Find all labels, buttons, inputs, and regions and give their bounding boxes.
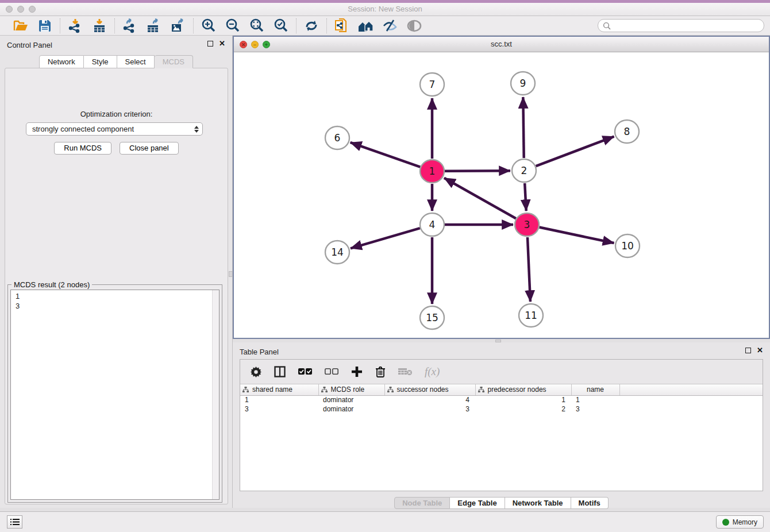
- graph-edge-3-11[interactable]: [528, 237, 530, 302]
- table-panel: Table Panel ✕: [233, 342, 770, 508]
- graph-edge-2-9[interactable]: [523, 97, 523, 158]
- table-header-row: shared name MCDS role successor nodes pr…: [240, 384, 763, 395]
- tab-node-table[interactable]: Node Table: [394, 497, 450, 509]
- graph-node-label-2: 2: [521, 165, 528, 176]
- criterion-dropdown[interactable]: strongly connected component: [26, 122, 203, 136]
- result-scrollbar[interactable]: [212, 290, 219, 499]
- add-row-icon[interactable]: [351, 366, 363, 377]
- dropdown-stepper-icon: [194, 126, 199, 133]
- column-header-successor-nodes[interactable]: successor nodes: [384, 384, 475, 395]
- window-controls[interactable]: [6, 6, 36, 13]
- cell-shared-name[interactable]: 1: [240, 395, 318, 404]
- column-view-icon[interactable]: [274, 366, 286, 377]
- control-panel-tabs: Network Style Select MCDS: [0, 55, 232, 68]
- zoom-fit-icon[interactable]: [248, 18, 266, 34]
- network-canvas[interactable]: 7968124314101511: [234, 52, 769, 338]
- status-bar: Memory: [0, 511, 770, 532]
- search-input[interactable]: [613, 22, 759, 30]
- show-graphics-icon[interactable]: [405, 18, 424, 34]
- table-settings-icon[interactable]: [251, 367, 261, 377]
- minimize-window-icon[interactable]: [17, 6, 24, 13]
- import-network-icon[interactable]: [66, 18, 84, 34]
- close-panel-button[interactable]: Close panel: [120, 142, 179, 155]
- optimization-criterion-label: Optimization criterion:: [5, 110, 228, 118]
- export-table-icon[interactable]: [145, 18, 163, 34]
- cell-name[interactable]: 1: [571, 395, 619, 404]
- zoom-window-icon[interactable]: [29, 6, 36, 13]
- run-mcds-button[interactable]: Run MCDS: [54, 142, 111, 155]
- tab-motifs[interactable]: Motifs: [571, 497, 609, 509]
- network-view-window: ✕ − + scc.txt 7968124314101511: [233, 36, 770, 339]
- delete-row-icon[interactable]: [375, 366, 386, 377]
- task-history-button[interactable]: [7, 515, 22, 529]
- zoom-out-icon[interactable]: [224, 18, 242, 34]
- control-panel-title: Control Panel: [7, 41, 52, 49]
- tab-network-table[interactable]: Network Table: [505, 497, 571, 509]
- cell-mcds-role[interactable]: dominator: [318, 395, 384, 404]
- export-image-icon[interactable]: [169, 18, 187, 34]
- float-panel-icon[interactable]: [207, 41, 213, 47]
- deselect-all-icon[interactable]: [325, 368, 338, 376]
- export-network-icon[interactable]: [121, 18, 139, 34]
- vertical-splitter-handle[interactable]: [229, 271, 233, 277]
- close-window-icon[interactable]: [6, 6, 13, 13]
- graph-edge-1-6[interactable]: [351, 142, 421, 167]
- column-header-mcds-role[interactable]: MCDS role: [318, 384, 384, 395]
- graph-node-label-1: 1: [429, 165, 436, 177]
- open-session-icon[interactable]: [11, 18, 30, 34]
- first-neighbors-icon[interactable]: [357, 18, 375, 34]
- tab-edge-table[interactable]: Edge Table: [450, 497, 505, 509]
- control-panel: Control Panel ✕ Network Style Select MCD…: [0, 36, 233, 508]
- criterion-value: strongly connected component: [32, 125, 194, 133]
- column-header-predecessor-nodes[interactable]: predecessor nodes: [475, 384, 571, 395]
- tab-select[interactable]: Select: [117, 55, 155, 68]
- network-graph[interactable]: 7968124314101511: [234, 52, 769, 338]
- cell-successor-nodes[interactable]: 4: [384, 395, 475, 404]
- select-all-icon[interactable]: [298, 368, 312, 376]
- graph-edge-3-10[interactable]: [540, 228, 614, 243]
- graph-edge-1-2[interactable]: [445, 171, 510, 171]
- global-search[interactable]: [598, 19, 764, 32]
- cell-mcds-role[interactable]: dominator: [318, 404, 384, 414]
- apply-layout-icon[interactable]: [302, 18, 321, 34]
- tab-mcds[interactable]: MCDS: [155, 55, 193, 68]
- table-toolbar: f(x): [240, 360, 763, 384]
- close-table-panel-icon[interactable]: ✕: [757, 348, 763, 353]
- graph-node-label-9: 9: [520, 78, 526, 89]
- network-minimize-icon[interactable]: −: [251, 41, 259, 48]
- tab-style[interactable]: Style: [84, 55, 117, 68]
- delete-table-icon: [398, 367, 412, 376]
- graph-edge-4-14[interactable]: [351, 228, 420, 248]
- graph-edge-2-8[interactable]: [536, 137, 614, 167]
- float-table-panel-icon[interactable]: [745, 348, 751, 353]
- import-table-icon[interactable]: [90, 18, 109, 34]
- mcds-result-area[interactable]: 1 3: [10, 290, 220, 500]
- clone-network-icon[interactable]: [333, 18, 351, 34]
- zoom-in-icon[interactable]: [199, 18, 218, 34]
- network-close-icon[interactable]: ✕: [240, 41, 247, 48]
- network-zoom-icon[interactable]: +: [263, 41, 270, 48]
- graph-edge-2-3[interactable]: [525, 183, 526, 211]
- tab-network[interactable]: Network: [39, 55, 84, 68]
- app-titlebar: Session: New Session: [0, 0, 770, 16]
- cell-successor-nodes[interactable]: 3: [384, 404, 475, 414]
- column-type-icon: [387, 387, 394, 392]
- save-session-icon[interactable]: [36, 18, 54, 34]
- cell-name[interactable]: 3: [571, 404, 619, 414]
- column-header-shared-name[interactable]: shared name: [240, 384, 318, 395]
- cell-predecessor-nodes[interactable]: 1: [475, 395, 571, 404]
- cell-shared-name[interactable]: 3: [240, 404, 318, 414]
- close-panel-icon[interactable]: ✕: [219, 41, 225, 47]
- table-row[interactable]: 1 dominator 4 1 1: [240, 395, 763, 404]
- table-row[interactable]: 3 dominator 3 2 3: [240, 404, 763, 414]
- graph-node-label-4: 4: [429, 219, 436, 230]
- mcds-tab-content: Optimization criterion: strongly connect…: [5, 68, 228, 504]
- network-window-titlebar[interactable]: ✕ − + scc.txt: [234, 37, 769, 52]
- cell-predecessor-nodes[interactable]: 2: [475, 404, 571, 414]
- memory-button[interactable]: Memory: [716, 515, 764, 529]
- node-table: shared name MCDS role successor nodes pr…: [240, 384, 763, 414]
- graph-edge-3-1[interactable]: [444, 178, 516, 218]
- zoom-selected-icon[interactable]: [272, 18, 290, 34]
- hide-selection-icon[interactable]: [381, 18, 399, 34]
- column-header-name[interactable]: name: [571, 384, 619, 395]
